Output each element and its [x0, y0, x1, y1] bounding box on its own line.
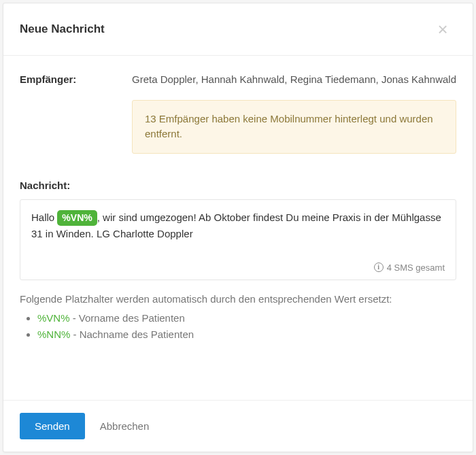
recipients-label: Empfänger:	[20, 72, 132, 154]
placeholder-desc: - Nachname des Patienten	[70, 328, 194, 340]
new-message-modal: Neue Nachricht × Empfänger: Greta Dopple…	[3, 3, 473, 452]
placeholder-tag-vn: %VN%	[57, 210, 97, 226]
close-icon: ×	[437, 20, 447, 38]
info-icon: i	[374, 263, 384, 272]
message-prefix: Hallo	[31, 212, 57, 223]
modal-footer: Senden Abbrechen	[3, 400, 473, 452]
placeholder-item-nn: %NN% - Nachname des Patienten	[37, 326, 456, 343]
recipients-row: Empfänger: Greta Doppler, Hannah Kahnwal…	[20, 72, 456, 154]
placeholder-list: %VN% - Vorname des Patienten %NN% - Nach…	[20, 310, 456, 343]
placeholder-code: %NN%	[37, 328, 70, 340]
message-text: Hallo %VN%, wir sind umgezogen! Ab Oktob…	[31, 209, 445, 250]
modal-body: Empfänger: Greta Doppler, Hannah Kahnwal…	[3, 56, 473, 400]
message-input[interactable]: Hallo %VN%, wir sind umgezogen! Ab Oktob…	[20, 199, 456, 280]
close-button[interactable]: ×	[429, 16, 456, 43]
sms-count: 4 SMS gesamt	[387, 263, 445, 273]
send-button[interactable]: Senden	[20, 413, 85, 439]
placeholder-help: Folgende Platzhalter werden automatisch …	[20, 291, 456, 343]
placeholder-item-vn: %VN% - Vorname des Patienten	[37, 310, 456, 326]
recipients-names: Greta Doppler, Hannah Kahnwald, Regina T…	[132, 72, 456, 88]
modal-header: Neue Nachricht ×	[3, 3, 473, 56]
placeholder-code: %VN%	[37, 312, 70, 324]
message-label: Nachricht:	[20, 180, 456, 191]
recipients-warning: 13 Emfpänger haben keine Mobilnummer hin…	[132, 100, 456, 154]
modal-title: Neue Nachricht	[20, 22, 105, 36]
recipients-value-col: Greta Doppler, Hannah Kahnwald, Regina T…	[132, 72, 456, 154]
placeholder-intro: Folgende Platzhalter werden automatisch …	[20, 291, 456, 307]
message-footer: i 4 SMS gesamt	[31, 263, 445, 273]
placeholder-desc: - Vorname des Patienten	[70, 312, 185, 324]
cancel-button[interactable]: Abbrechen	[100, 420, 150, 432]
